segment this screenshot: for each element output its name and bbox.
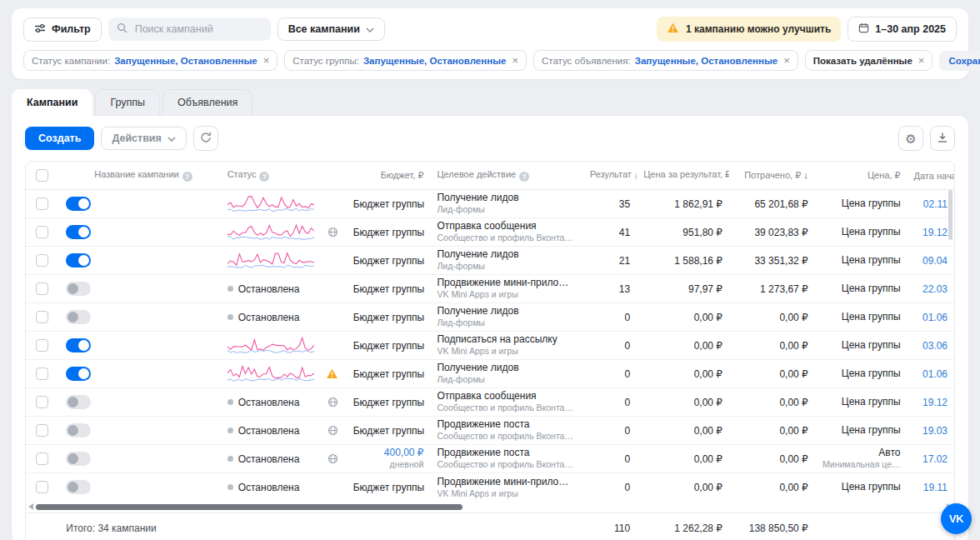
- price-type: Цена группы: [842, 481, 901, 493]
- result-value: 13: [583, 275, 637, 303]
- table-settings-button[interactable]: ⚙: [898, 126, 923, 151]
- row-checkbox[interactable]: [36, 396, 48, 408]
- table-row[interactable]: Бюджет группыПодписаться на рассылкуVK M…: [26, 332, 954, 360]
- select-all-checkbox[interactable]: [36, 169, 48, 182]
- campaign-toggle[interactable]: [66, 452, 91, 466]
- chip-remove-icon[interactable]: ×: [783, 55, 790, 66]
- help-icon[interactable]: ?: [259, 172, 269, 182]
- campaign-toggle[interactable]: [66, 480, 91, 494]
- row-checkbox[interactable]: [36, 226, 48, 238]
- start-date-link[interactable]: 01.06: [922, 312, 948, 323]
- scroll-left-icon[interactable]: [28, 503, 33, 510]
- cost-per-result-value: 0,00 ₽: [637, 388, 729, 417]
- tab-campaigns[interactable]: Кампании: [12, 89, 92, 116]
- budget-amount[interactable]: 400,00 ₽: [384, 447, 424, 459]
- column-header-action[interactable]: Целевое действие?: [430, 162, 582, 190]
- spent-value: 1 273,67 ₽: [729, 275, 815, 303]
- spent-value: 0,00 ₽: [729, 445, 815, 473]
- table-row[interactable]: Остановлена400,00 ₽дневнойПродвижение по…: [26, 445, 954, 473]
- improve-recommendation-badge[interactable]: 1 кампанию можно улучшить: [657, 17, 841, 42]
- campaign-toggle[interactable]: [66, 225, 91, 239]
- refresh-icon: [200, 132, 212, 146]
- column-header-name[interactable]: Название кампании?: [59, 162, 220, 190]
- start-date-link[interactable]: 09.04: [922, 255, 948, 267]
- campaign-toggle[interactable]: [66, 310, 91, 324]
- campaign-toggle[interactable]: [66, 423, 91, 438]
- start-date-link[interactable]: 22.03: [922, 283, 948, 295]
- table-row[interactable]: ОстановленаБюджет группыОтправка сообщен…: [26, 388, 954, 417]
- column-header-result[interactable]: Результат?: [583, 162, 637, 190]
- start-date-link[interactable]: 03.06: [922, 340, 948, 352]
- campaign-toggle[interactable]: [66, 282, 91, 296]
- tab-ads[interactable]: Объявления: [162, 89, 252, 116]
- filter-chips: Статус кампании:Запущенные, Остановленны…: [23, 50, 932, 71]
- table-row[interactable]: ОстановленаБюджет группыПродвижение мини…: [26, 275, 954, 303]
- table-row[interactable]: ОстановленаБюджет группыПродвижение пост…: [26, 417, 954, 445]
- filter-chip[interactable]: Статус объявления:Запущенные, Остановлен…: [533, 50, 798, 71]
- action-title: Отправка сообщения: [437, 390, 576, 402]
- start-date-link[interactable]: 19.12: [922, 227, 948, 238]
- search-box[interactable]: [108, 18, 271, 41]
- tab-groups[interactable]: Группы: [95, 89, 160, 116]
- scrollbar-thumb[interactable]: [36, 504, 462, 510]
- actions-dropdown[interactable]: Действия: [101, 127, 186, 150]
- row-checkbox[interactable]: [36, 368, 48, 380]
- chip-remove-icon[interactable]: ×: [918, 55, 925, 66]
- row-checkbox[interactable]: [36, 481, 48, 493]
- campaign-toggle[interactable]: [66, 367, 91, 381]
- create-button[interactable]: Создать: [25, 127, 94, 150]
- table-row[interactable]: Бюджет группыПолучение лидовЛид-формы00,…: [26, 360, 954, 388]
- start-date-link[interactable]: 02.11: [923, 198, 948, 210]
- filter-chip[interactable]: Статус кампании:Запущенные, Остановленны…: [23, 50, 278, 71]
- campaign-toggle[interactable]: [66, 253, 91, 268]
- vk-support-button[interactable]: VK: [941, 503, 972, 534]
- refresh-button[interactable]: [193, 126, 218, 151]
- chip-remove-icon[interactable]: ×: [512, 55, 518, 66]
- column-header-status[interactable]: Статус?: [221, 162, 347, 190]
- horizontal-scrollbar[interactable]: [26, 502, 954, 512]
- table-row[interactable]: ОстановленаБюджет группыПродвижение мини…: [26, 473, 954, 502]
- table-row[interactable]: Бюджет группыПолучение лидовЛид-формы351…: [26, 190, 954, 218]
- table-row[interactable]: Бюджет группыОтправка сообщенияСообществ…: [26, 218, 954, 247]
- campaign-toggle[interactable]: [66, 338, 91, 352]
- row-checkbox[interactable]: [36, 198, 48, 210]
- row-checkbox[interactable]: [36, 282, 48, 295]
- column-header-cpr[interactable]: Цена за результат, ₽?: [637, 162, 729, 190]
- column-header-price[interactable]: Цена, ₽: [815, 162, 908, 190]
- row-checkbox[interactable]: [36, 254, 48, 267]
- filter-button[interactable]: Фильтр: [23, 18, 102, 42]
- row-checkbox[interactable]: [36, 452, 48, 465]
- scrollbar-track[interactable]: [36, 503, 944, 511]
- column-header-spent[interactable]: Потрачено, ₽ ↓: [729, 162, 815, 190]
- start-date-link[interactable]: 01.06: [922, 368, 948, 380]
- cost-per-result-value: 1 588,16 ₽: [637, 247, 729, 275]
- export-button[interactable]: [930, 126, 955, 151]
- row-checkbox[interactable]: [36, 311, 48, 323]
- start-date-link[interactable]: 19.12: [922, 397, 948, 408]
- table-row[interactable]: Бюджет группыПолучение лидовЛид-формы211…: [26, 247, 954, 275]
- search-input[interactable]: [133, 22, 262, 36]
- filter-chip[interactable]: Статус группы:Запущенные, Остановленные×: [284, 50, 527, 71]
- help-icon[interactable]: ?: [182, 172, 192, 182]
- start-date-link[interactable]: 17.02: [922, 453, 948, 465]
- date-range-button[interactable]: 1–30 апр 2025: [848, 17, 957, 42]
- filter-chip[interactable]: Показать удалённые×: [805, 50, 933, 71]
- start-date-link[interactable]: 19.03: [922, 425, 948, 437]
- campaign-toggle[interactable]: [66, 197, 91, 211]
- start-date-link[interactable]: 19.11: [923, 482, 948, 493]
- column-header-label: Бюджет, ₽: [381, 170, 424, 180]
- help-icon[interactable]: ?: [519, 172, 529, 182]
- row-checkbox[interactable]: [36, 339, 48, 352]
- row-checkbox[interactable]: [36, 424, 48, 437]
- campaign-toggle[interactable]: [66, 395, 91, 409]
- price-type: Цена группы: [842, 368, 901, 380]
- campaign-scope-dropdown[interactable]: Все кампании: [278, 18, 385, 41]
- help-icon[interactable]: ?: [635, 172, 637, 182]
- vertical-scrollbar-thumb[interactable]: [948, 190, 952, 240]
- stopped-dot-icon: [228, 314, 233, 320]
- table-row[interactable]: ОстановленаБюджет группыПолучение лидовЛ…: [26, 303, 954, 332]
- column-header-date[interactable]: Дата нача: [908, 162, 954, 190]
- save-filters-button[interactable]: Сохранить: [939, 51, 980, 71]
- chip-remove-icon[interactable]: ×: [263, 55, 270, 66]
- column-header-budget[interactable]: Бюджет, ₽: [347, 162, 431, 190]
